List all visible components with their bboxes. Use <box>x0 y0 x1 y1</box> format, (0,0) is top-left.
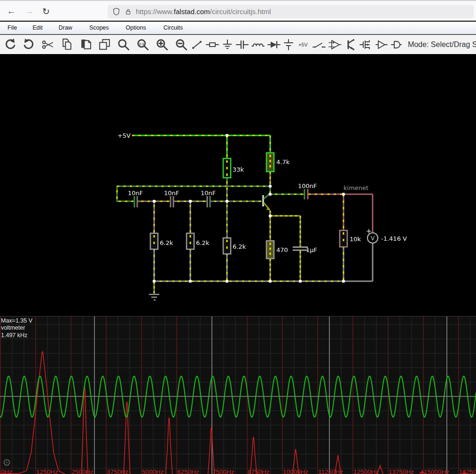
back-button[interactable]: ← <box>5 5 18 18</box>
menu-bar: File Edit Draw Scopes Options Circuits <box>0 22 476 34</box>
resistor-33k[interactable] <box>223 158 231 178</box>
diode-tool-icon[interactable] <box>267 37 281 52</box>
resistor-4.7k[interactable] <box>266 153 274 172</box>
capacitor-100nF[interactable] <box>304 189 308 199</box>
scope-frequency-label: 1.497 kHz <box>1 332 27 339</box>
menu-circuits[interactable]: Circuits <box>158 22 189 34</box>
freq-tick-label: 12500Hz <box>353 468 379 474</box>
menu-file[interactable]: File <box>2 22 23 34</box>
voltmeter-plus: + <box>366 227 372 235</box>
freq-tick-label: 15000Hz <box>424 468 449 474</box>
label-6.2k-1: 6.2k <box>160 239 173 246</box>
scope-info: Max=1.35 Vvoltmeter1.497 kHz <box>1 317 32 339</box>
scope-panel[interactable]: Max=1.35 Vvoltmeter1.497 kHz 0Hz1250Hz25… <box>0 316 476 474</box>
wire-5v-rail[interactable] <box>132 135 270 158</box>
capacitor-10nF-3[interactable] <box>207 196 210 207</box>
scope-source-label: voltmeter <box>1 324 25 331</box>
zoom-100-icon[interactable]: 1:1 <box>136 37 149 52</box>
label-100nF: 100nF <box>298 182 317 190</box>
circuit-canvas[interactable]: V +5V 33k 4.7k 10nF 10nF 10nF 100nF 6.2k <box>0 54 476 316</box>
label-6.2k-3: 6.2k <box>233 243 246 250</box>
toolbar: 1:1 <box>0 35 476 54</box>
paste-icon[interactable] <box>79 37 92 52</box>
freq-tick-label: 10000Hz <box>283 468 308 474</box>
logic-gate-tool-icon[interactable] <box>391 37 404 52</box>
zoom-in-icon[interactable] <box>156 37 169 52</box>
menu-scopes[interactable]: Scopes <box>84 22 115 34</box>
switch-tool-icon[interactable] <box>312 37 326 52</box>
scope-plot <box>0 316 476 474</box>
url-domain: falstad.com <box>174 8 210 16</box>
url-bar[interactable]: https://www.falstad.com/circuit/circuitj… <box>108 5 474 18</box>
menu-edit[interactable]: Edit <box>27 22 48 34</box>
label-1uF: 1µF <box>306 246 317 253</box>
resistor-6.2k-1[interactable] <box>150 233 158 249</box>
lock-icon[interactable] <box>125 8 132 16</box>
gear-icon[interactable]: ⚙ <box>2 458 11 467</box>
shield-icon[interactable] <box>112 7 120 16</box>
search-icon[interactable] <box>117 37 130 52</box>
mosfet-tool-icon[interactable] <box>359 37 372 52</box>
menu-draw[interactable]: Draw <box>53 22 78 34</box>
url-prefix: https://www. <box>136 8 174 16</box>
label-10nF-3: 10nF <box>201 190 216 197</box>
label-6.2k-2: 6.2k <box>196 239 210 246</box>
menu-options[interactable]: Options <box>120 22 152 34</box>
reload-button[interactable]: ↻ <box>39 5 53 18</box>
duplicate-icon[interactable] <box>98 37 111 52</box>
freq-tick-label: 3750Hz <box>107 468 129 474</box>
zoom-out-icon[interactable] <box>175 37 188 52</box>
resistor-6.2k-2[interactable] <box>187 233 194 249</box>
ground-symbol[interactable] <box>149 294 159 300</box>
voltmeter-reading: -1.416 V <box>381 235 407 242</box>
voltmeter-symbol: V <box>371 235 375 242</box>
label-470: 470 <box>276 246 288 253</box>
freq-tick-label: 0Hz <box>1 468 12 474</box>
freq-tick-label: 11250Hz <box>318 468 343 474</box>
svg-text:1:1: 1:1 <box>139 41 144 46</box>
transistor-tool-icon[interactable] <box>344 37 357 52</box>
mode-label: Mode: Select/Drag Sel <box>408 40 476 49</box>
forward-button[interactable]: → <box>23 5 36 18</box>
wire-tool-icon[interactable] <box>191 37 203 52</box>
redo-icon[interactable] <box>23 37 35 52</box>
freq-tick-label: 16250Hz <box>459 468 476 474</box>
voltage-source-tool-icon[interactable] <box>283 37 294 52</box>
undo-icon[interactable] <box>4 37 16 52</box>
labeled-node-tool-icon[interactable]: +5V <box>297 37 310 52</box>
freq-tick-label: 13750Hz <box>389 468 414 474</box>
browser-chrome: ← → ↻ https://www.falstad.com/circuit/ci… <box>0 0 476 21</box>
url-path: /circuit/circuitjs.html <box>210 8 271 16</box>
resistor-470[interactable] <box>266 241 274 259</box>
freq-tick-label: 6250Hz <box>177 468 199 474</box>
url-text: https://www.falstad.com/circuit/circuitj… <box>136 8 271 16</box>
junction-dots <box>153 134 345 283</box>
inductor-tool-icon[interactable] <box>251 37 265 52</box>
falstad-circuit-simulator: ← → ↻ https://www.falstad.com/circuit/ci… <box>0 0 476 474</box>
opamp-tool-icon[interactable] <box>328 37 342 52</box>
resistor-6.2k-3[interactable] <box>223 238 231 254</box>
resistor-tool-icon[interactable] <box>206 37 219 52</box>
capacitor-10nF-2[interactable] <box>171 196 173 207</box>
freq-tick-label: 8750Hz <box>248 468 270 474</box>
label-5v: +5V <box>117 132 131 139</box>
npn-transistor[interactable] <box>263 194 270 211</box>
label-10nF-1: 10nF <box>128 190 143 197</box>
freq-tick-label: 1250Hz <box>36 468 58 474</box>
resistor-10k[interactable] <box>340 230 347 247</box>
label-4.7k: 4.7k <box>276 158 290 166</box>
label-33k: 33k <box>233 166 244 173</box>
buffer-tool-icon[interactable] <box>375 37 388 52</box>
freq-tick-label: 2500Hz <box>71 468 94 474</box>
scope-max-label: Max=1.35 V <box>1 317 32 324</box>
ground-tool-icon[interactable] <box>222 37 233 52</box>
capacitor-10nF-1[interactable] <box>134 196 137 207</box>
label-10nF-2: 10nF <box>164 190 179 197</box>
wire-output[interactable] <box>308 194 373 233</box>
label-10k: 10k <box>350 236 361 243</box>
capacitor-tool-icon[interactable] <box>236 37 249 52</box>
cut-icon[interactable] <box>41 37 55 52</box>
label-kimenet: kimenet <box>343 184 368 191</box>
copy-icon[interactable] <box>61 37 73 52</box>
freq-tick-label: 5000Hz <box>142 468 164 474</box>
